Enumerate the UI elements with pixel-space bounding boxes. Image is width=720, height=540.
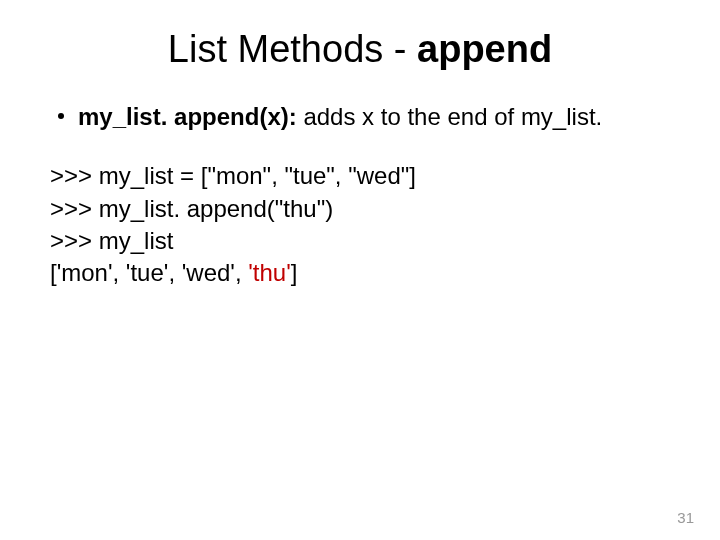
- bullet-desc: adds x to the end of my_list.: [297, 103, 603, 130]
- code-line-1: >>> my_list = ["mon", "tue", "wed"]: [50, 160, 670, 192]
- code-line-4: ['mon', 'tue', 'wed', 'thu']: [50, 257, 670, 289]
- bullet-method: my_list. append(x):: [78, 103, 297, 130]
- code-line-4-prefix: ['mon', 'tue', 'wed',: [50, 259, 248, 286]
- code-line-4-suffix: ]: [291, 259, 298, 286]
- code-line-2: >>> my_list. append("thu"): [50, 193, 670, 225]
- code-line-3: >>> my_list: [50, 225, 670, 257]
- slide: List Methods - append my_list. append(x)…: [0, 0, 720, 540]
- code-line-4-highlight: 'thu': [248, 259, 291, 286]
- bullet-text: my_list. append(x): adds x to the end of…: [78, 101, 602, 132]
- title-prefix: List Methods -: [168, 28, 417, 70]
- bullet-dot-icon: [58, 113, 64, 119]
- code-block: >>> my_list = ["mon", "tue", "wed"] >>> …: [50, 160, 670, 290]
- title-bold: append: [417, 28, 552, 70]
- slide-title: List Methods - append: [50, 28, 670, 71]
- page-number: 31: [677, 509, 694, 526]
- bullet-item: my_list. append(x): adds x to the end of…: [58, 101, 670, 132]
